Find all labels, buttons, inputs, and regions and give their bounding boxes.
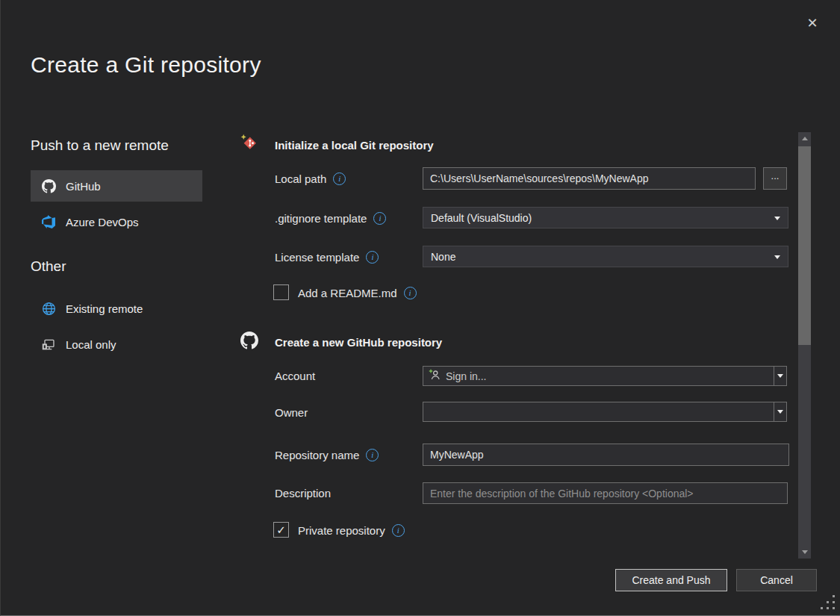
scrollbar-up-button[interactable]: [798, 132, 811, 145]
account-combobox[interactable]: Sign in...: [423, 366, 787, 386]
sidebar-item-label: Existing remote: [66, 302, 143, 315]
description-label-text: Description: [275, 487, 331, 500]
owner-dropdown-button[interactable]: [774, 402, 786, 421]
private-repository-checkbox[interactable]: ✓: [273, 522, 289, 538]
sidebar-heading-other: Other: [31, 258, 66, 275]
private-repository-label-text: Private repository: [298, 524, 385, 537]
sidebar-item-github[interactable]: GitHub: [31, 170, 202, 202]
close-button[interactable]: ✕: [800, 10, 825, 36]
repository-name-label: Repository name: [275, 444, 379, 465]
description-input[interactable]: [423, 482, 788, 504]
github-section-heading: Create a new GitHub repository: [275, 336, 442, 349]
license-label: License template: [275, 246, 379, 267]
scrollbar-down-button[interactable]: [798, 546, 811, 559]
azure-devops-icon: [41, 215, 56, 228]
license-label-text: License template: [275, 251, 359, 264]
owner-combobox-value-area[interactable]: [423, 402, 774, 421]
gitignore-template-dropdown[interactable]: Default (VisualStudio): [423, 207, 788, 228]
sidebar-item-label: GitHub: [66, 180, 101, 193]
globe-icon: [41, 302, 56, 316]
chevron-down-icon: [774, 255, 780, 259]
owner-combobox[interactable]: [423, 402, 787, 422]
gitignore-template-value: Default (VisualStudio): [431, 212, 532, 224]
chevron-down-icon: [777, 410, 783, 414]
sidebar-item-local-only[interactable]: Local only: [31, 329, 202, 360]
owner-label-text: Owner: [275, 406, 308, 419]
cancel-button[interactable]: Cancel: [736, 569, 817, 591]
local-path-label-text: Local path: [275, 172, 326, 185]
sidebar-item-azure-devops[interactable]: Azure DevOps: [31, 206, 202, 237]
readme-label-text: Add a README.md: [298, 287, 397, 299]
sidebar-item-label: Local only: [66, 338, 116, 351]
github-icon: [41, 179, 56, 193]
license-template-value: None: [431, 251, 455, 263]
init-section-heading: Initialize a local Git repository: [275, 139, 434, 152]
owner-label: Owner: [275, 402, 308, 423]
browse-button[interactable]: ...: [763, 167, 787, 190]
sign-in-icon: [429, 369, 441, 383]
github-icon: [240, 332, 258, 352]
description-label: Description: [275, 482, 331, 503]
repository-name-label-text: Repository name: [275, 449, 359, 461]
scrollbar-thumb[interactable]: [798, 146, 811, 345]
resize-grip[interactable]: [821, 595, 837, 612]
close-icon: ✕: [806, 15, 818, 31]
chevron-down-icon: [777, 374, 783, 378]
info-icon[interactable]: [392, 524, 405, 537]
license-template-dropdown[interactable]: None: [423, 246, 788, 267]
info-icon[interactable]: [333, 172, 346, 185]
local-path-label: Local path: [275, 168, 346, 189]
readme-label: Add a README.md: [298, 282, 417, 303]
computer-icon: [41, 337, 56, 352]
account-value: Sign in...: [446, 370, 486, 382]
new-repository-icon: [240, 134, 258, 155]
create-git-repository-dialog: ✕ Create a Git repository Push to a new …: [0, 0, 840, 616]
sidebar-item-existing-remote[interactable]: Existing remote: [31, 293, 202, 324]
info-icon[interactable]: [404, 287, 417, 299]
gitignore-label-text: .gitignore template: [275, 212, 367, 225]
triangle-up-icon: [802, 137, 808, 140]
checkmark-icon: ✓: [276, 523, 286, 537]
sidebar-item-label: Azure DevOps: [66, 216, 139, 228]
account-combobox-value-area[interactable]: Sign in...: [423, 367, 774, 385]
info-icon[interactable]: [366, 251, 379, 264]
triangle-down-icon: [802, 550, 808, 554]
vertical-scrollbar[interactable]: [798, 132, 811, 559]
account-dropdown-button[interactable]: [774, 367, 786, 385]
account-label-text: Account: [275, 370, 315, 382]
info-icon[interactable]: [366, 449, 379, 461]
repository-name-input[interactable]: [423, 444, 789, 466]
sidebar-heading-push-remote: Push to a new remote: [31, 137, 169, 154]
chevron-down-icon: [774, 217, 780, 220]
gitignore-label: .gitignore template: [275, 208, 386, 228]
account-label: Account: [275, 365, 315, 386]
page-title: Create a Git repository: [31, 52, 261, 78]
create-and-push-button[interactable]: Create and Push: [615, 569, 727, 591]
readme-checkbox[interactable]: [273, 284, 289, 300]
info-icon[interactable]: [373, 212, 386, 225]
private-repository-label: Private repository: [298, 520, 405, 541]
local-path-input[interactable]: [423, 167, 756, 190]
